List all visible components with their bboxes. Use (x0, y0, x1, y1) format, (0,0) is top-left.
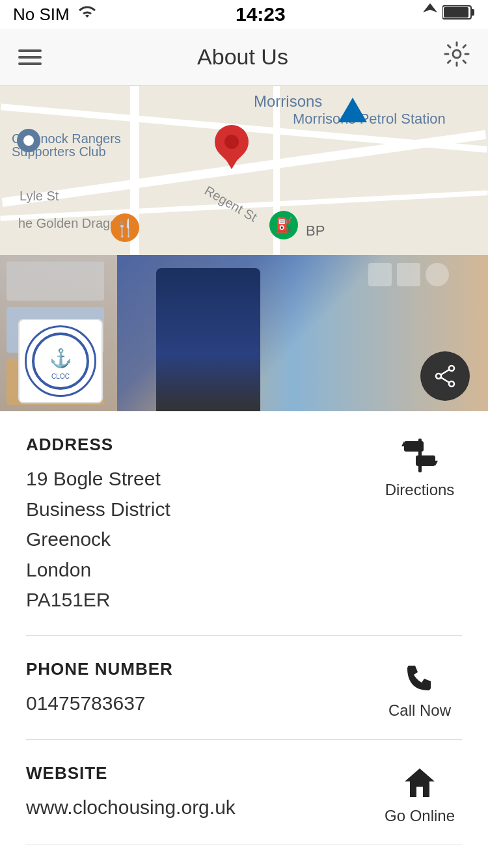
address-text: 19 Bogle Street Business District Greeno… (26, 464, 377, 616)
share-button[interactable] (420, 351, 470, 401)
svg-line-11 (441, 370, 450, 375)
phone-number: 01475783637 (26, 688, 377, 719)
morrisons-marker (338, 98, 367, 122)
address-info: ADDRESS 19 Bogle Street Business Distric… (26, 435, 377, 616)
status-bar: No SIM 14:23 (0, 0, 488, 29)
svg-rect-2 (471, 9, 474, 16)
directions-action: Directions (377, 435, 462, 499)
phone-info: PHONE NUMBER 01475783637 (26, 659, 377, 719)
website-section: WEBSITE www.clochousing.org.uk Go Online (26, 740, 462, 845)
phone-icon (405, 663, 435, 698)
svg-text:⚓: ⚓ (49, 347, 72, 369)
address-section: ADDRESS 19 Bogle Street Business Distric… (26, 411, 462, 636)
directions-label: Directions (385, 481, 455, 499)
svg-point-8 (449, 366, 454, 371)
page-title: About Us (197, 44, 288, 70)
status-left: No SIM (13, 5, 98, 25)
call-action: Call Now (377, 659, 462, 720)
organization-logo: ⚓ CLOC (18, 319, 103, 403)
call-label: Call Now (388, 701, 451, 720)
svg-marker-0 (423, 3, 437, 12)
address-label: ADDRESS (26, 435, 377, 455)
svg-rect-16 (416, 455, 435, 466)
phone-label: PHONE NUMBER (26, 659, 377, 679)
map-morrisons-label: Morrisons (254, 92, 322, 111)
go-online-label: Go Online (385, 807, 455, 825)
directions-icon (401, 439, 438, 477)
website-info: WEBSITE www.clochousing.org.uk (26, 763, 377, 823)
wifi-icon (76, 5, 98, 25)
call-button[interactable]: Call Now (388, 663, 451, 720)
svg-marker-17 (435, 461, 438, 466)
svg-text:CLOC: CLOC (51, 373, 70, 380)
website-action: Go Online (377, 763, 462, 825)
menu-button[interactable] (18, 49, 42, 65)
svg-point-9 (449, 381, 454, 387)
svg-marker-15 (401, 441, 404, 446)
svg-rect-14 (404, 441, 424, 452)
settings-icon[interactable] (444, 41, 470, 73)
food-icon: 🍴 (111, 213, 139, 242)
carrier-text: No SIM (13, 5, 70, 25)
svg-point-10 (436, 373, 441, 379)
status-time: 14:23 (236, 3, 286, 25)
email-section: EMAIL alan@kiswebs-design.co.uk Send Ema… (26, 845, 462, 869)
phone-section: PHONE NUMBER 01475783637 Call Now (26, 636, 462, 740)
go-online-button[interactable]: Go Online (385, 767, 455, 825)
status-right (423, 3, 475, 26)
map-golden-label: he Golden Dragon (18, 216, 124, 231)
battery-icon (442, 5, 475, 25)
map-bp-label: BP (306, 223, 325, 239)
location-icon (423, 3, 437, 26)
top-nav: About Us (0, 29, 488, 86)
svg-line-12 (441, 377, 450, 383)
map-view[interactable]: Morrisons Morrisons Petrol Station Green… (0, 86, 488, 255)
content-area: ADDRESS 19 Bogle Street Business Distric… (0, 411, 488, 868)
map-pin (215, 125, 249, 170)
website-label: WEBSITE (26, 763, 377, 783)
svg-marker-18 (405, 768, 435, 797)
svg-rect-3 (444, 7, 468, 18)
map-lyle-label: Lyle St (20, 189, 59, 204)
photo-banner: ⚓ CLOC (0, 255, 488, 411)
map-petrol-label: Morrisons Petrol Station (293, 111, 446, 128)
location-marker-icon (17, 129, 40, 152)
website-url: www.clochousing.org.uk (26, 793, 377, 823)
svg-point-4 (453, 50, 461, 58)
directions-button[interactable]: Directions (385, 439, 455, 499)
home-icon (403, 767, 436, 803)
bp-icon: ⛽ (269, 211, 298, 239)
